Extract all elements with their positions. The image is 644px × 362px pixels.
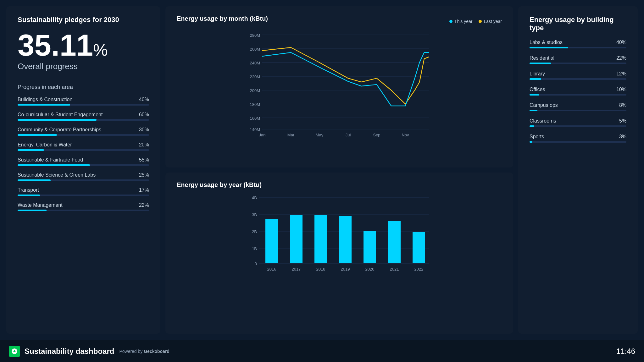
progress-bar-bg	[18, 104, 149, 106]
progress-item: Sustainable Science & Green Labs 25%	[18, 172, 149, 181]
progress-bar-bg	[18, 164, 149, 166]
building-items-list: Labs & studios 40% Residential 22% Libra…	[530, 40, 626, 143]
overall-percent: 35.11%	[18, 30, 149, 60]
bar-2022	[413, 232, 425, 263]
bar-2019	[339, 216, 352, 263]
building-item: Residential 22%	[530, 55, 626, 64]
right-panel: Energy usage by building type Labs & stu…	[518, 6, 638, 334]
progress-bar-bg	[18, 210, 149, 211]
svg-text:2016: 2016	[267, 267, 276, 272]
building-value: 3%	[619, 134, 626, 140]
building-bar-bg	[530, 47, 626, 48]
svg-text:Mar: Mar	[287, 133, 295, 137]
building-bar-fill	[530, 110, 537, 111]
building-item: Library 12%	[530, 71, 626, 80]
svg-text:220M: 220M	[250, 74, 260, 79]
svg-text:160M: 160M	[250, 116, 260, 121]
bar-2020	[364, 231, 376, 263]
bar-2017	[290, 215, 303, 263]
svg-text:Sep: Sep	[373, 133, 380, 137]
building-bar-bg	[530, 110, 626, 111]
building-item: Offices 10%	[530, 87, 626, 96]
svg-text:4B: 4B	[252, 195, 257, 200]
progress-item: Buildings & Construction 40%	[18, 97, 149, 106]
building-value: 12%	[616, 71, 626, 77]
progress-bar-bg	[18, 119, 149, 121]
building-bar-fill	[530, 125, 534, 127]
building-bar-bg	[530, 78, 626, 80]
progress-bar-fill	[18, 164, 90, 166]
yearly-chart-title: Energy usage by year (kBtu)	[177, 181, 502, 189]
yearly-chart-svg: 4B 3B 2B 1B 0	[177, 194, 502, 278]
svg-text:2019: 2019	[341, 267, 350, 272]
building-label: Residential	[530, 55, 554, 61]
progress-bar-fill	[18, 119, 97, 121]
building-bar-fill	[530, 94, 539, 96]
last-year-dot	[479, 20, 482, 23]
middle-panel: Energy usage by month (kBtu) This year L…	[165, 6, 513, 334]
building-bar-bg	[530, 94, 626, 96]
building-label: Labs & studios	[530, 40, 563, 45]
progress-value: 22%	[139, 202, 149, 208]
progress-item: Energy, Carbon & Water 20%	[18, 142, 149, 151]
svg-text:1B: 1B	[252, 246, 257, 251]
building-bar-fill	[530, 63, 551, 64]
progress-bar-fill	[18, 149, 44, 151]
svg-text:May: May	[316, 133, 324, 137]
building-label: Classrooms	[530, 118, 556, 124]
progress-value: 60%	[139, 112, 149, 118]
monthly-chart-svg: 280M 260M 240M 220M 200M 180M 160M 140M	[177, 31, 502, 138]
footer-title: Sustainability dashboard	[25, 347, 114, 356]
progress-label: Energy, Carbon & Water	[18, 142, 72, 148]
footer-logo	[9, 346, 20, 357]
svg-text:240M: 240M	[250, 61, 260, 65]
building-bar-fill	[530, 78, 541, 80]
progress-item: Co-curriculuar & Student Engagement 60%	[18, 112, 149, 121]
progress-label: Waste Management	[18, 202, 63, 208]
svg-text:2022: 2022	[414, 267, 424, 272]
svg-text:260M: 260M	[250, 47, 260, 52]
building-label: Campus ops	[530, 102, 558, 108]
building-value: 8%	[619, 102, 626, 108]
progress-label: Co-curriculuar & Student Engagement	[18, 112, 103, 118]
progress-value: 30%	[139, 127, 149, 133]
building-value: 10%	[616, 87, 626, 92]
legend-this-year: This year	[449, 19, 473, 24]
right-panel-title: Energy usage by building type	[530, 16, 626, 32]
svg-text:0: 0	[255, 261, 257, 266]
progress-value: 17%	[139, 187, 149, 193]
progress-item: Transport 17%	[18, 187, 149, 196]
building-label: Offices	[530, 87, 545, 92]
monthly-chart-title: Energy usage by month (kBtu)	[177, 15, 268, 22]
progress-label: Sustainable Science & Green Labs	[18, 172, 96, 178]
svg-text:140M: 140M	[250, 127, 260, 132]
svg-text:Jan: Jan	[259, 133, 266, 137]
svg-text:2B: 2B	[252, 229, 257, 234]
progress-label: Transport	[18, 187, 39, 193]
building-bar-fill	[530, 141, 532, 143]
footer-powered: Powered by Geckoboard	[119, 349, 169, 354]
building-value: 5%	[619, 118, 626, 124]
progress-label: Community & Corporate Partnerships	[18, 127, 101, 133]
progress-section-title: Progress in each area	[18, 84, 149, 90]
progress-item: Sustainable & Fairtrade Food 55%	[18, 157, 149, 166]
progress-value: 25%	[139, 172, 149, 178]
building-item: Sports 3%	[530, 134, 626, 143]
svg-text:Nov: Nov	[402, 133, 409, 137]
bar-2021	[388, 221, 401, 263]
svg-text:2021: 2021	[390, 267, 399, 272]
svg-text:2018: 2018	[316, 267, 325, 272]
svg-text:2020: 2020	[365, 267, 375, 272]
progress-bar-bg	[18, 179, 149, 181]
progress-value: 55%	[139, 157, 149, 163]
progress-label: Sustainable & Fairtrade Food	[18, 157, 83, 163]
building-bar-bg	[530, 125, 626, 127]
left-panel-title: Sustainability pledges for 2030	[18, 16, 149, 24]
monthly-chart-panel: Energy usage by month (kBtu) This year L…	[165, 6, 513, 167]
progress-bar-bg	[18, 149, 149, 151]
progress-items-list: Buildings & Construction 40% Co-curricul…	[18, 97, 149, 217]
progress-bar-fill	[18, 134, 57, 136]
progress-item: Community & Corporate Partnerships 30%	[18, 127, 149, 136]
progress-bar-fill	[18, 210, 47, 211]
progress-bar-bg	[18, 195, 149, 196]
